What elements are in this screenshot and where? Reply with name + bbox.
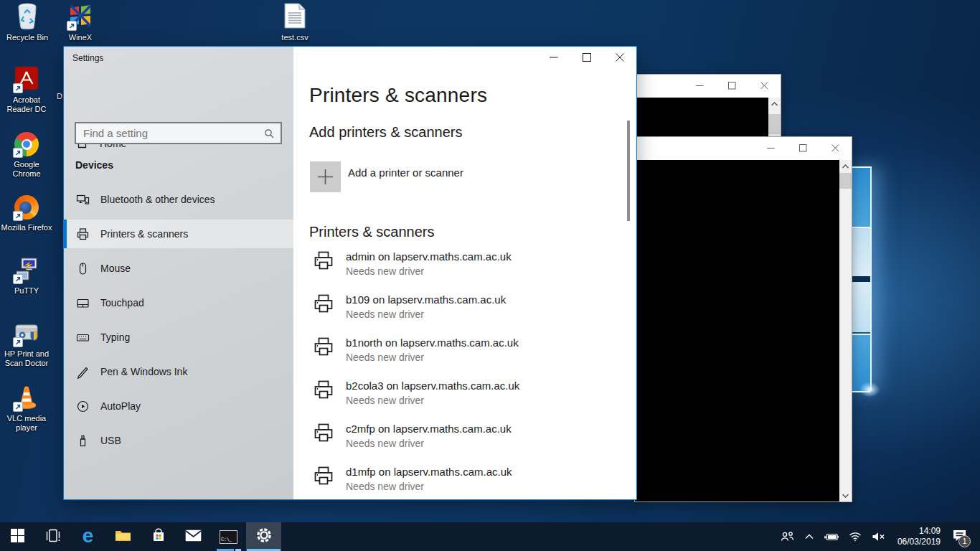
sidebar-item-label: USB (100, 435, 121, 446)
desktop-icon-label: PuTTY (14, 286, 39, 296)
search-input[interactable] (76, 127, 264, 139)
volume-muted-icon[interactable] (867, 522, 891, 551)
printer-status: Needs new driver (346, 438, 424, 449)
add-section-title: Add printers & scanners (309, 124, 462, 141)
desktop-icon-putty[interactable]: PuTTY (0, 257, 53, 296)
maximize-button[interactable] (570, 47, 603, 68)
printer-icon (313, 336, 334, 361)
sidebar-item-touchpad[interactable]: Touchpad (64, 288, 293, 317)
sidebar-item-bluetooth[interactable]: Bluetooth & other devices (64, 185, 293, 214)
printer-row[interactable]: admin on lapserv.maths.cam.ac.uk Needs n… (293, 247, 636, 290)
task-view-button[interactable] (35, 522, 70, 551)
hidden-icons-chevron[interactable] (800, 522, 819, 551)
plus-icon (310, 161, 341, 192)
printer-row[interactable]: b109 on lapserv.maths.cam.ac.uk Needs ne… (293, 290, 636, 333)
printer-row[interactable]: b1north on lapserv.maths.cam.ac.uk Needs… (293, 333, 636, 376)
system-tray: 14:09 06/03/2019 1 (775, 522, 980, 551)
sidebar-item-pen-windows-ink[interactable]: Pen & Windows Ink (64, 357, 293, 386)
desktop-icon-vlc[interactable]: VLC media player (0, 385, 53, 433)
desktop-icon-acrobat[interactable]: Acrobat Reader DC (0, 66, 53, 114)
minimize-button[interactable] (684, 75, 716, 97)
action-center-button[interactable]: 1 (947, 522, 974, 551)
printer-name: admin on lapserv.maths.cam.ac.uk (346, 250, 512, 263)
add-printer-label: Add a printer or scanner (348, 166, 463, 192)
printer-row[interactable]: b2cola3 on lapserv.maths.cam.ac.uk Needs… (293, 376, 636, 419)
sidebar-item-autoplay[interactable]: AutoPlay (64, 392, 293, 420)
minimize-button[interactable] (755, 137, 787, 159)
desktop-icon-winex[interactable]: WineX (54, 4, 107, 42)
desktop-icon-label: HP Print and Scan Doctor (0, 349, 53, 368)
printer-status: Needs new driver (346, 481, 424, 492)
add-printer-button[interactable]: Add a printer or scanner (310, 161, 463, 192)
settings-button[interactable] (246, 522, 281, 551)
desktop-icon-test-csv[interactable]: test.csv (268, 4, 321, 42)
sidebar-item-label: Printers & scanners (100, 228, 188, 240)
console-front-title-bar[interactable] (635, 137, 852, 160)
scroll-down-icon[interactable] (839, 489, 852, 501)
printer-name: b1north on lapserv.maths.cam.ac.uk (346, 336, 519, 349)
desktop-icon-label: WineX (69, 33, 92, 42)
store-button[interactable] (141, 522, 176, 551)
window-title: Settings (72, 53, 103, 63)
scroll-up-icon[interactable] (768, 98, 781, 110)
windows-logo-icon (11, 529, 24, 545)
printer-icon (75, 227, 90, 241)
console-back-title-bar[interactable] (632, 75, 781, 98)
printer-row[interactable]: d1mfp on lapserv.maths.cam.ac.uk Needs n… (293, 462, 636, 505)
close-button[interactable] (748, 75, 781, 97)
desktop: { "accent_color": "#0078d7", "status_col… (0, 0, 980, 551)
usb-icon (75, 434, 90, 448)
sidebar-item-typing[interactable]: Typing (64, 323, 293, 352)
store-icon (151, 528, 166, 545)
page-title: Printers & scanners (309, 84, 487, 107)
settings-search-box[interactable] (75, 122, 282, 144)
start-button[interactable] (0, 522, 35, 551)
scroll-up-icon[interactable] (839, 160, 852, 172)
edge-button[interactable]: e (70, 522, 105, 551)
printer-icon (313, 423, 334, 447)
search-icon[interactable] (264, 128, 274, 138)
sidebar-item-label: Mouse (100, 263, 131, 274)
shortcut-arrow-icon (13, 402, 23, 412)
shortcut-arrow-icon (13, 83, 23, 93)
maximize-button[interactable] (716, 75, 748, 97)
console-front-scrollbar[interactable] (839, 160, 852, 501)
close-button[interactable] (603, 47, 636, 68)
command-prompt-button[interactable]: C:\_ (211, 522, 246, 551)
desktop-icon-chrome[interactable]: Google Chrome (0, 131, 53, 179)
minimize-button[interactable] (537, 47, 570, 68)
command-prompt-icon: C:\_ (220, 530, 237, 544)
scrollbar-thumb[interactable] (768, 114, 781, 134)
main-scrollbar-thumb[interactable] (627, 121, 630, 221)
list-section-title: Printers & scanners (309, 224, 435, 240)
shortcut-arrow-icon (13, 148, 23, 158)
printer-status: Needs new driver (346, 352, 424, 363)
task-view-icon (44, 529, 62, 545)
wifi-icon[interactable] (844, 522, 867, 551)
desktop-icon-hp-print-scan-doctor[interactable]: HP Print and Scan Doctor (0, 320, 53, 368)
close-button[interactable] (819, 137, 852, 159)
people-icon[interactable] (775, 522, 800, 551)
sidebar-item-usb[interactable]: USB (64, 426, 293, 455)
recycle-bin-icon (15, 2, 39, 32)
sidebar-item-mouse[interactable]: Mouse (64, 254, 293, 283)
autoplay-icon (75, 400, 90, 413)
desktop-icon-firefox[interactable]: Mozilla Firefox (0, 194, 53, 232)
mail-button[interactable] (176, 522, 211, 551)
battery-icon[interactable] (819, 522, 844, 551)
maximize-button[interactable] (787, 137, 819, 159)
printer-icon (313, 293, 334, 318)
clock-date: 06/03/2019 (897, 537, 941, 547)
desktop-icon-recycle-bin[interactable]: Recycle Bin (1, 4, 54, 42)
scrollbar-thumb[interactable] (839, 173, 852, 189)
windows-logo-wallpaper (851, 166, 872, 391)
settings-main-panel: Printers & scanners Add printers & scann… (293, 47, 636, 499)
mail-icon (185, 529, 202, 545)
sidebar-section-header: Devices (75, 159, 113, 171)
file-explorer-button[interactable] (105, 522, 141, 551)
notification-badge: 1 (958, 535, 971, 547)
taskbar-clock[interactable]: 14:09 06/03/2019 (891, 526, 947, 547)
sidebar-item-printers-scanners[interactable]: Printers & scanners (64, 220, 293, 248)
printer-row[interactable]: c2mfp on lapserv.maths.cam.ac.uk Needs n… (293, 419, 636, 462)
console-window-front[interactable] (634, 136, 852, 502)
